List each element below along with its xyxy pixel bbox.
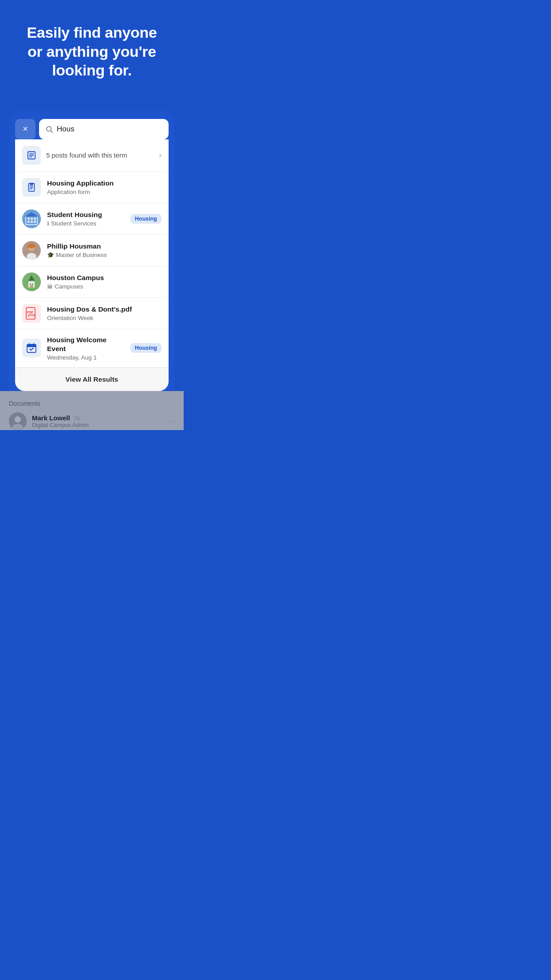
svg-text:PDF: PDF bbox=[27, 311, 34, 314]
result-item-phillip-housman[interactable]: Phillip Housman 🎓 Master of Business bbox=[15, 235, 169, 266]
result-subtitle: Orientation Week bbox=[47, 315, 161, 321]
result-item-houston-campus[interactable]: Houston Campus 🏛 Campuses bbox=[15, 266, 169, 298]
svg-rect-23 bbox=[28, 246, 35, 248]
posts-chevron-icon: › bbox=[159, 150, 161, 160]
feed-time: 7h bbox=[74, 415, 80, 422]
info-circle-icon: ℹ bbox=[47, 220, 49, 227]
result-subtitle: Wednesday, Aug 1 bbox=[47, 354, 124, 361]
svg-rect-28 bbox=[30, 283, 31, 285]
result-item-housing-application[interactable]: Housing Application Application form bbox=[15, 172, 169, 203]
result-item-student-housing[interactable]: Student Housing ℹ Student Services Housi… bbox=[15, 203, 169, 235]
document-icon bbox=[22, 178, 41, 197]
feed-item: Mark Lowell 7h Digital Campus Admin ··· bbox=[9, 412, 175, 430]
svg-rect-30 bbox=[30, 285, 33, 288]
posts-count-left: 5 posts found with this term bbox=[22, 146, 127, 165]
svg-rect-16 bbox=[28, 221, 30, 223]
pdf-icon: PDF bbox=[22, 304, 41, 323]
feed-user-name: Mark Lowell bbox=[32, 414, 70, 422]
result-title: Phillip Housman bbox=[47, 242, 161, 251]
calendar-icon bbox=[22, 339, 41, 357]
phillip-housman-avatar bbox=[22, 241, 41, 260]
student-housing-avatar bbox=[22, 209, 41, 228]
result-content-phillip-housman: Phillip Housman 🎓 Master of Business bbox=[47, 242, 161, 258]
housing-welcome-tag-badge: Housing bbox=[130, 343, 161, 353]
feed-meta: Mark Lowell 7h Digital Campus Admin bbox=[32, 414, 159, 428]
search-bar-row: × bbox=[15, 119, 169, 139]
more-options-icon[interactable]: ··· bbox=[165, 416, 175, 426]
svg-rect-10 bbox=[30, 183, 33, 185]
result-subtitle: 🎓 Master of Business bbox=[47, 252, 161, 258]
result-item-housing-welcome[interactable]: Housing Welcome Event Wednesday, Aug 1 H… bbox=[15, 329, 169, 368]
result-subtitle: ℹ Student Services bbox=[47, 220, 124, 227]
housing-tag-badge: Housing bbox=[130, 214, 161, 224]
svg-rect-15 bbox=[34, 217, 36, 220]
result-subtitle: Application form bbox=[47, 189, 161, 195]
houston-campus-avatar bbox=[22, 273, 41, 291]
svg-rect-18 bbox=[34, 221, 36, 223]
feed-user-role: Digital Campus Admin bbox=[32, 422, 159, 428]
result-title: Houston Campus bbox=[47, 273, 161, 282]
svg-rect-29 bbox=[32, 283, 33, 285]
result-content-houston-campus: Houston Campus 🏛 Campuses bbox=[47, 273, 161, 290]
result-title: Housing Application bbox=[47, 179, 161, 188]
svg-rect-14 bbox=[31, 217, 33, 220]
search-panel-wrapper: × bbox=[0, 98, 184, 391]
feed-user-avatar bbox=[9, 412, 27, 430]
result-title: Student Housing bbox=[47, 210, 124, 219]
svg-rect-34 bbox=[27, 344, 36, 347]
svg-line-1 bbox=[51, 130, 52, 132]
result-content-student-housing: Student Housing ℹ Student Services bbox=[47, 210, 124, 227]
result-content-housing-dos: Housing Dos & Dont's.pdf Orientation Wee… bbox=[47, 305, 161, 321]
results-dropdown: 5 posts found with this term › Housin bbox=[15, 139, 169, 391]
search-icon bbox=[45, 125, 53, 133]
svg-rect-17 bbox=[31, 221, 33, 223]
result-title: Housing Welcome Event bbox=[47, 336, 124, 353]
result-content-housing-application: Housing Application Application form bbox=[47, 179, 161, 195]
hero-section: Easily find anyone or anything you're lo… bbox=[0, 0, 184, 98]
svg-point-38 bbox=[15, 416, 21, 423]
result-item-housing-dos[interactable]: PDF Housing Dos & Dont's.pdf Orientation… bbox=[15, 298, 169, 329]
result-content-housing-welcome: Housing Welcome Event Wednesday, Aug 1 bbox=[47, 336, 124, 361]
cancel-button[interactable]: × bbox=[15, 119, 35, 139]
posts-icon bbox=[22, 146, 41, 165]
result-subtitle: 🏛 Campuses bbox=[47, 283, 161, 290]
result-title: Housing Dos & Dont's.pdf bbox=[47, 305, 161, 314]
bottom-section: Documents Mark Lowell 7h Digital Campus … bbox=[0, 391, 184, 430]
svg-rect-13 bbox=[28, 217, 30, 220]
building-icon: 🏛 bbox=[47, 283, 53, 290]
search-panel: × bbox=[9, 111, 175, 391]
search-input-wrap bbox=[39, 119, 169, 139]
posts-count-text: 5 posts found with this term bbox=[46, 151, 127, 159]
hero-title: Easily find anyone or anything you're lo… bbox=[18, 23, 166, 80]
documents-label: Documents bbox=[9, 400, 175, 407]
graduation-icon: 🎓 bbox=[47, 252, 54, 258]
view-all-results-button[interactable]: View All Results bbox=[15, 368, 169, 391]
posts-count-row[interactable]: 5 posts found with this term › bbox=[15, 139, 169, 172]
search-input[interactable] bbox=[57, 125, 162, 134]
